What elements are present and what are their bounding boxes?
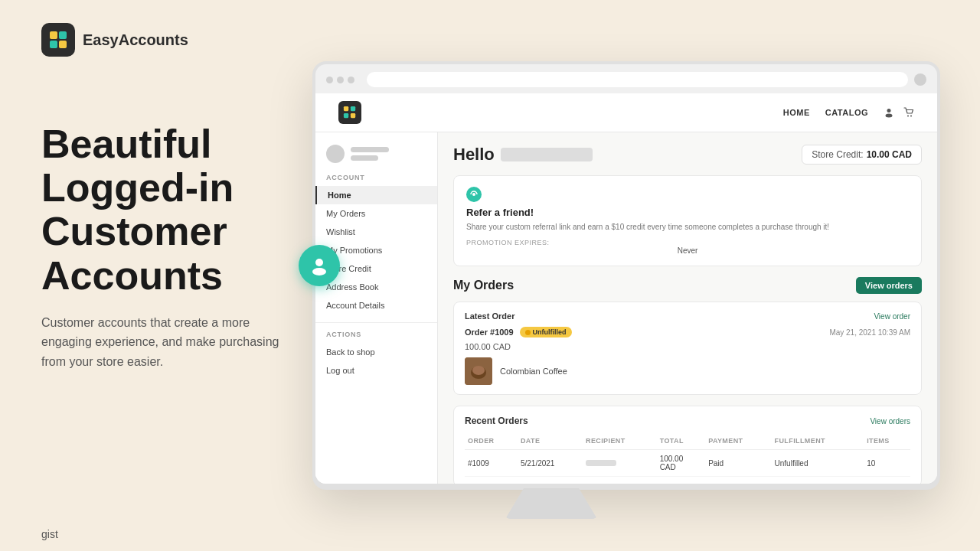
- svg-point-5: [312, 268, 326, 276]
- recent-orders-card: Recent Orders View orders ORDER DATE REC…: [453, 406, 922, 484]
- browser-address-bar[interactable]: [367, 72, 908, 87]
- hello-row: Hello Store Credit: 10.00 CAD: [453, 145, 922, 165]
- bottom-gist-text: gist: [41, 528, 58, 540]
- browser-dot-red: [326, 77, 333, 83]
- gist-label: gist: [41, 528, 58, 540]
- svg-point-18: [472, 366, 485, 375]
- product-thumbnail: [465, 357, 492, 385]
- order-status-label: Unfulfilled: [533, 328, 567, 336]
- floating-avatar-button[interactable]: [299, 245, 340, 286]
- hello-label: Hello: [453, 145, 495, 165]
- referral-icon: [466, 187, 482, 202]
- status-icon: [525, 330, 531, 335]
- sidebar-avatar: [326, 145, 345, 163]
- store-nav-links: HOME CATALOG: [783, 107, 914, 118]
- sidebar-item-back-to-shop[interactable]: Back to shop: [315, 343, 437, 361]
- sidebar-item-my-orders[interactable]: My Orders: [315, 204, 437, 223]
- page-description: Customer accounts that create a more eng…: [41, 313, 302, 372]
- svg-point-4: [315, 259, 323, 266]
- sidebar-item-address-book[interactable]: Address Book: [315, 278, 437, 296]
- browser-action-icon: [914, 73, 926, 86]
- monitor-stand: [505, 488, 597, 519]
- col-payment: PAYMENT: [705, 434, 771, 450]
- referral-expires-label: Promotion Expires:: [466, 239, 909, 246]
- cell-total: 100.00CAD: [657, 450, 706, 477]
- referral-title: Refer a friend!: [466, 207, 909, 218]
- sidebar-item-home[interactable]: Home: [315, 186, 437, 204]
- store-navbar: HOME CATALOG: [315, 93, 937, 132]
- col-items: ITEMS: [864, 434, 910, 450]
- order-product-row: Colombian Coffee: [465, 357, 910, 385]
- sidebar-name-line-1: [351, 147, 389, 152]
- my-orders-title: My Orders: [453, 279, 514, 292]
- sidebar-section-account: ACCOUNT: [315, 174, 437, 186]
- store-credit-label: Store Credit:: [812, 149, 863, 160]
- browser-dot-yellow: [337, 77, 344, 83]
- view-recent-orders-link[interactable]: View orders: [870, 417, 910, 425]
- referral-expires-value: Never: [466, 246, 909, 255]
- browser-dot-green: [348, 77, 354, 83]
- browser-dots: [326, 77, 354, 83]
- svg-point-12: [907, 116, 909, 117]
- latest-order-card: Latest Order View order Order #1009 Unfu…: [453, 302, 922, 395]
- store-credit-badge: Store Credit: 10.00 CAD: [802, 145, 922, 165]
- recent-orders-title: Recent Orders: [465, 416, 528, 426]
- order-date: May 21, 2021 10:39 AM: [829, 328, 910, 337]
- browser-body: HOME CATALOG: [315, 93, 937, 484]
- app-logo-text: EasyAccounts: [83, 31, 188, 49]
- sidebar-divider: [315, 322, 437, 323]
- cell-order: #1009: [465, 450, 518, 477]
- table-row: #1009 5/21/2021 100.00CAD Paid Unfulfill…: [465, 450, 910, 477]
- col-order: ORDER: [465, 434, 518, 450]
- sidebar: ACCOUNT Home My Orders Wishlist My Promo…: [315, 132, 438, 484]
- sidebar-item-account-details[interactable]: Account Details: [315, 296, 437, 315]
- referral-description: Share your custom referral link and earn…: [466, 221, 909, 233]
- latest-order-header: Latest Order View order: [465, 311, 910, 321]
- cell-date: 5/21/2021: [518, 450, 583, 477]
- recent-orders-header: Recent Orders View orders: [465, 416, 910, 426]
- cell-payment: Paid: [705, 450, 771, 477]
- svg-rect-9: [351, 113, 355, 118]
- svg-rect-1: [59, 31, 67, 39]
- cell-recipient: [583, 450, 657, 477]
- svg-rect-2: [50, 41, 57, 48]
- view-order-link[interactable]: View order: [874, 312, 910, 321]
- svg-point-11: [886, 114, 893, 118]
- sidebar-item-wishlist[interactable]: Wishlist: [315, 223, 437, 241]
- store-nav-icons: [884, 107, 914, 118]
- user-icon[interactable]: [884, 107, 894, 118]
- order-status-badge: Unfulfilled: [520, 327, 572, 337]
- store-credit-amount: 10.00 CAD: [867, 149, 912, 160]
- svg-point-13: [910, 116, 912, 117]
- referral-card: Refer a friend! Share your custom referr…: [453, 175, 922, 266]
- cell-fulfillment: Unfulfilled: [772, 450, 864, 477]
- left-content: Beautiful Logged-in Customer Accounts Cu…: [41, 122, 302, 372]
- store-main: ACCOUNT Home My Orders Wishlist My Promo…: [315, 132, 937, 484]
- svg-rect-7: [351, 106, 355, 111]
- nav-catalog[interactable]: CATALOG: [825, 108, 868, 117]
- svg-rect-0: [50, 31, 57, 39]
- orders-table: ORDER DATE RECIPIENT TOTAL PAYMENT FULFI…: [465, 434, 910, 477]
- monitor-frame: HOME CATALOG: [312, 61, 940, 490]
- user-name-placeholder: [501, 148, 593, 161]
- col-fulfillment: FULFILLMENT: [772, 434, 864, 450]
- col-date: DATE: [518, 434, 583, 450]
- sidebar-item-log-out[interactable]: Log out: [315, 361, 437, 380]
- sidebar-name-lines: [351, 147, 389, 161]
- col-recipient: RECIPIENT: [583, 434, 657, 450]
- order-number: Order #1009: [465, 328, 514, 337]
- right-panel: Hello Store Credit: 10.00 CAD: [438, 132, 937, 484]
- sidebar-profile: [315, 145, 437, 174]
- page-title: Beautiful Logged-in Customer Accounts: [41, 122, 302, 298]
- col-total: TOTAL: [657, 434, 706, 450]
- svg-rect-3: [59, 41, 67, 48]
- latest-order-title: Latest Order: [465, 311, 514, 321]
- sidebar-name-line-2: [351, 155, 378, 161]
- svg-rect-6: [344, 106, 348, 111]
- view-orders-button[interactable]: View orders: [856, 277, 922, 294]
- nav-home[interactable]: HOME: [783, 108, 810, 117]
- browser-chrome: [315, 64, 937, 93]
- cart-icon[interactable]: [903, 107, 914, 118]
- svg-rect-8: [344, 113, 348, 118]
- app-logo: EasyAccounts: [41, 23, 188, 57]
